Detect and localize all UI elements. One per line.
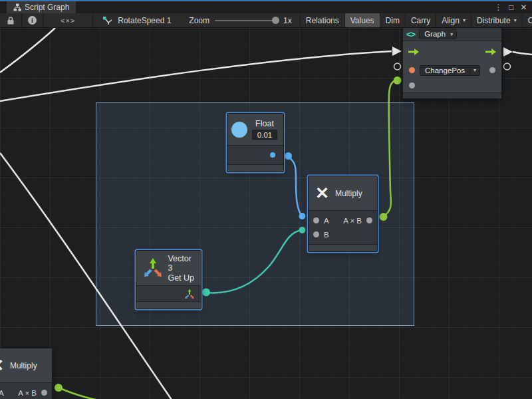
port-a-label: A (324, 217, 329, 225)
multiply-node-header[interactable]: ✕ Multiply (309, 176, 377, 211)
graph-variable-row: ChangePos ▾ (403, 62, 501, 78)
toolbar-button-distribute[interactable]: Distribute ▾ (471, 13, 522, 27)
float-value-input[interactable] (252, 130, 277, 140)
multiply2-node-header[interactable]: ✕ Multiply (0, 348, 52, 383)
multiply-icon: ✕ (0, 357, 4, 374)
graph-reference-label: RotateSpeed 1 (118, 16, 171, 25)
info-button[interactable]: i (22, 13, 43, 27)
graph-dropdown-label: Graph (420, 30, 450, 38)
vector3-node-header[interactable]: Vector 3 Get Up (136, 251, 201, 286)
lock-button[interactable] (0, 13, 22, 27)
toolbar-button-align[interactable]: Align ▾ (436, 13, 471, 27)
port-a-label: A (0, 389, 4, 397)
graph-node-header[interactable]: <> Graph ▾ (403, 27, 501, 41)
code-preview-button[interactable]: <×> (43, 13, 93, 27)
code-icon: <> (406, 29, 415, 39)
graph-input-row (403, 78, 501, 92)
node-vector3-getup[interactable]: Vector 3 Get Up (136, 250, 201, 309)
multiply-icon: ✕ (315, 185, 329, 201)
chevron-down-icon: ▾ (469, 67, 479, 73)
flow-in-arrow-icon[interactable] (408, 48, 420, 56)
variable-dropdown[interactable]: ChangePos ▾ (420, 65, 480, 76)
port-b-label: B (324, 231, 329, 239)
float-node-header[interactable]: Float (227, 114, 283, 146)
zoom-slider[interactable] (215, 20, 278, 21)
port-row-a: A A × B (0, 386, 52, 399)
getup-node-title: Get Up (168, 273, 196, 283)
zoom-control: Zoom 1x (177, 13, 299, 27)
port-out[interactable] (366, 217, 372, 223)
script-graph-window: <> Graph ▾ ChangePos ▾ (0, 0, 532, 399)
graph-toolbar: i <×> RotateSpeed 1 Zoom 1x Relations Va… (0, 13, 532, 28)
float-out-port[interactable] (270, 152, 275, 158)
variable-out-port[interactable] (489, 67, 495, 73)
zoom-label: Zoom (189, 16, 209, 25)
menu-dots-icon[interactable]: ⋮ (493, 3, 503, 12)
graph-node-footer (403, 92, 501, 98)
button-label: Relations (306, 16, 339, 25)
vector3-out-port-icon[interactable] (184, 289, 195, 299)
float-node-body (227, 146, 283, 164)
multiply-ports: A A × B B (309, 211, 377, 244)
window-tab-bar: Script Graph ⋮ □ ✕ (0, 0, 532, 13)
node-multiply[interactable]: ✕ Multiply A A × B B (308, 176, 378, 252)
vector3-node-title: Vector 3 (168, 254, 196, 273)
zoom-slider-handle[interactable] (272, 17, 279, 24)
vector3-node-footer (136, 301, 201, 309)
delta-port[interactable] (409, 82, 415, 88)
chevron-down-icon: ▾ (514, 17, 517, 23)
float-type-icon (231, 122, 247, 138)
variable-dropdown-value: ChangePos (420, 66, 469, 74)
chevron-down-icon: ▾ (450, 31, 456, 37)
button-label: Dim (386, 16, 400, 25)
graph-dropdown[interactable]: Graph ▾ (419, 29, 457, 39)
multiply-node-title: Multiply (335, 189, 362, 198)
float-node-footer (227, 164, 283, 172)
flow-out-arrow-icon[interactable] (485, 48, 497, 56)
button-label: Overview (528, 16, 532, 25)
state-graph-icon (102, 16, 113, 25)
maximize-icon[interactable]: □ (506, 3, 516, 12)
node-graph-container[interactable]: <> Graph ▾ ChangePos ▾ (402, 27, 502, 99)
graph-reference-button[interactable]: RotateSpeed 1 (93, 13, 177, 27)
tab-script-graph[interactable]: Script Graph (7, 1, 76, 13)
port-row-b: B (309, 227, 377, 241)
button-label: Values (350, 16, 374, 25)
vector3-icon (141, 257, 163, 279)
close-icon[interactable]: ✕ (519, 3, 529, 12)
port-a[interactable] (313, 217, 319, 223)
code-xml-icon: <×> (61, 17, 75, 25)
graph-tree-icon (13, 3, 21, 11)
multiply2-ports: A A × B (0, 383, 52, 399)
info-icon: i (28, 16, 37, 25)
zoom-value: 1x (283, 16, 292, 25)
node-float[interactable]: Float (227, 113, 284, 172)
multiply-node-footer (309, 244, 377, 251)
variable-port[interactable] (409, 67, 415, 73)
window-controls: ⋮ □ ✕ (493, 1, 532, 13)
toolbar-button-values[interactable]: Values (344, 13, 380, 27)
tab-label: Script Graph (25, 3, 69, 12)
port-out-label: A × B (343, 217, 362, 225)
lock-icon (6, 16, 15, 25)
port-out-label: A × B (18, 389, 37, 397)
toolbar-button-dim[interactable]: Dim (380, 13, 405, 27)
chevron-down-icon: ▾ (463, 17, 466, 23)
button-label: Align (442, 16, 460, 25)
toolbar-button-relations[interactable]: Relations (300, 13, 344, 27)
graph-flow-row (403, 41, 501, 62)
node-multiply-2[interactable]: ✕ Multiply A A × B (0, 348, 53, 399)
toolbar-button-carry[interactable]: Carry (405, 13, 436, 27)
button-label: Carry (411, 16, 430, 25)
port-row-a: A A × B (309, 213, 377, 227)
button-label: Distribute (477, 16, 511, 25)
float-node-title: Float (255, 119, 274, 128)
port-out[interactable] (41, 390, 47, 396)
vector3-node-body (136, 286, 201, 301)
port-b[interactable] (313, 231, 319, 237)
toolbar-button-overview[interactable]: Overview (522, 13, 532, 27)
multiply2-node-title: Multiply (10, 361, 37, 370)
